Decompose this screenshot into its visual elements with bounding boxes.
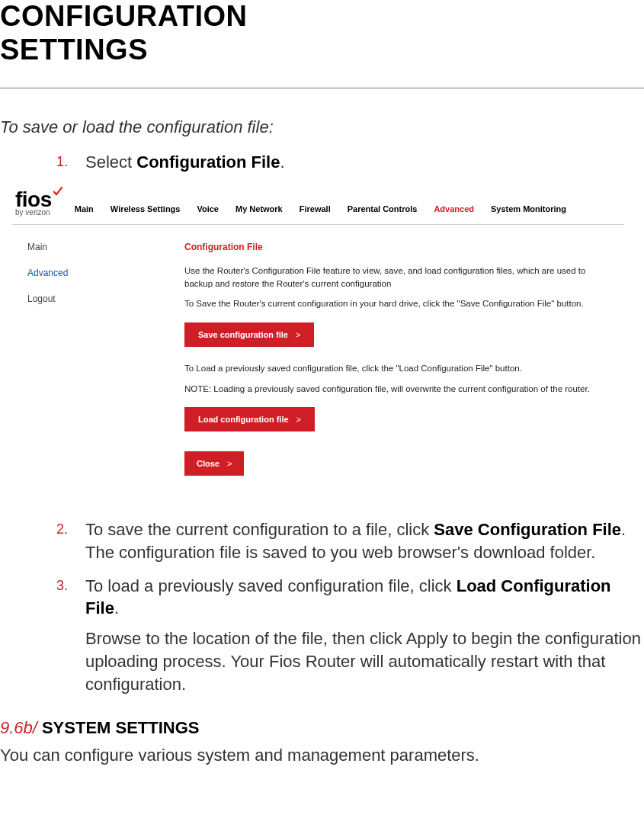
nav-firewall[interactable]: Firewall xyxy=(300,204,331,213)
sidebar-item-logout[interactable]: Logout xyxy=(27,294,162,304)
divider xyxy=(0,88,644,88)
sidebar-item-main[interactable]: Main xyxy=(27,242,162,252)
router-ui-screenshot: fios by verizon Main Wireless Settings V… xyxy=(12,186,624,499)
intro-text: To save or load the configuration file: xyxy=(0,117,644,137)
top-nav: Main Wireless Settings Voice My Network … xyxy=(75,204,621,217)
panel-heading: Configuration File xyxy=(184,242,609,252)
nav-advanced[interactable]: Advanced xyxy=(434,204,474,213)
subsection-description: You can configure various system and man… xyxy=(0,744,644,767)
nav-my-network[interactable]: My Network xyxy=(235,204,283,213)
router-main-panel: Configuration File Use the Router's Conf… xyxy=(162,225,624,499)
panel-p4: NOTE: Loading a previously saved configu… xyxy=(184,383,609,396)
sidebar-item-advanced[interactable]: Advanced xyxy=(27,268,162,278)
step-1-post: . xyxy=(280,152,284,172)
step-3-post: . xyxy=(114,598,119,617)
step-3-extra-pre: Browse to the location of the file, then… xyxy=(85,629,406,648)
chevron-right-icon: > xyxy=(227,459,232,468)
subsection-name: SYSTEM SETTINGS xyxy=(42,718,200,738)
step-3-extra: Browse to the location of the file, then… xyxy=(56,627,644,695)
step-number: 1. xyxy=(56,151,85,170)
router-header: fios by verizon Main Wireless Settings V… xyxy=(12,186,624,225)
step-1-bold: Configuration File xyxy=(136,152,280,172)
step-3-extra-bold: Apply xyxy=(406,629,448,648)
save-button-label: Save configuration file xyxy=(198,330,288,339)
page-title-line1: CONFIGURATION xyxy=(0,0,644,34)
page-title-line2: SETTINGS xyxy=(0,34,644,67)
load-button-label: Load configuration file xyxy=(198,415,289,424)
close-button[interactable]: Close > xyxy=(184,451,244,476)
subsection-number: 9.6b/ xyxy=(0,718,37,738)
close-button-label: Close xyxy=(197,459,219,468)
step-number: 3. xyxy=(56,575,85,594)
panel-p1: Use the Router's Configuration File feat… xyxy=(184,265,609,290)
verizon-check-icon xyxy=(53,186,63,199)
step-3-pre: To load a previously saved configuration… xyxy=(85,576,457,595)
step-2-bold: Save Configuration File xyxy=(434,520,621,539)
step-2-text: To save the current configuration to a f… xyxy=(85,518,644,563)
subsection-heading: 9.6b/ SYSTEM SETTINGS xyxy=(0,718,644,738)
logo-subtext: by verizon xyxy=(15,209,50,217)
nav-main[interactable]: Main xyxy=(75,204,94,213)
step-3-text: To load a previously saved configuration… xyxy=(85,575,644,620)
save-configuration-file-button[interactable]: Save configuration file > xyxy=(184,322,314,347)
nav-parental-controls[interactable]: Parental Controls xyxy=(348,204,418,213)
nav-system-monitoring[interactable]: System Monitoring xyxy=(491,204,566,213)
nav-voice[interactable]: Voice xyxy=(197,204,219,213)
load-configuration-file-button[interactable]: Load configuration file > xyxy=(184,407,315,431)
sidebar: Main Advanced Logout xyxy=(12,225,162,499)
step-1-pre: Select xyxy=(85,152,136,172)
step-2-pre: To save the current configuration to a f… xyxy=(85,520,434,539)
panel-p3: To Load a previously saved configuration… xyxy=(184,362,609,375)
fios-logo: fios by verizon xyxy=(15,189,67,217)
chevron-right-icon: > xyxy=(296,330,300,339)
nav-wireless-settings[interactable]: Wireless Settings xyxy=(111,204,181,213)
step-1-text: Select Configuration File. xyxy=(85,151,285,174)
panel-p2: To Save the Router's current configurati… xyxy=(184,297,609,310)
step-number: 2. xyxy=(56,518,85,537)
logo-text: fios xyxy=(15,189,52,210)
chevron-right-icon: > xyxy=(296,415,301,424)
